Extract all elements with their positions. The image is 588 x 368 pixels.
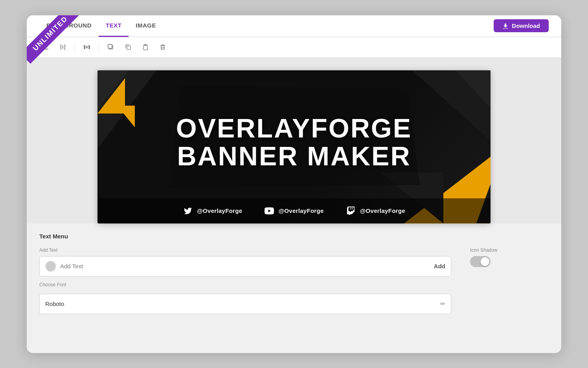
panel-grid: Add Text Add Choose Font Roboto ✏ Icon S… bbox=[39, 247, 549, 314]
social-bar: @OverlayForge @OverlayForge @OverlayForg… bbox=[97, 198, 491, 223]
font-value: Roboto bbox=[45, 300, 440, 307]
add-text-row: Add bbox=[39, 256, 451, 276]
top-nav: BACKGROUND TEXT IMAGE Download bbox=[27, 15, 561, 37]
toolbar-separator-2 bbox=[99, 42, 99, 52]
align-v-center-icon[interactable] bbox=[57, 41, 69, 53]
social-youtube: @OverlayForge bbox=[264, 206, 323, 216]
svg-rect-5 bbox=[64, 44, 65, 50]
svg-rect-6 bbox=[84, 45, 85, 49]
social-twitch: @OverlayForge bbox=[346, 206, 405, 216]
svg-rect-15 bbox=[161, 46, 164, 49]
delete-icon[interactable] bbox=[156, 41, 169, 53]
distribute-h-icon[interactable] bbox=[81, 41, 93, 53]
banner-title: OVERLAYFORGE BANNER MAKER bbox=[176, 114, 412, 170]
twitch-icon bbox=[346, 206, 356, 216]
paste-icon[interactable] bbox=[139, 41, 152, 53]
toggle-knob bbox=[481, 257, 489, 266]
svg-rect-4 bbox=[62, 46, 63, 49]
download-button[interactable]: Download bbox=[494, 19, 549, 32]
toolbar-separator-1 bbox=[75, 42, 75, 52]
add-text-button[interactable]: Add bbox=[434, 263, 445, 269]
align-h-center-icon[interactable] bbox=[39, 41, 52, 53]
icon-shadow-toggle[interactable] bbox=[470, 256, 491, 267]
svg-rect-1 bbox=[44, 47, 47, 48]
duplicate-icon[interactable] bbox=[105, 41, 117, 53]
svg-rect-0 bbox=[43, 45, 48, 46]
section-title: Text Menu bbox=[39, 233, 549, 240]
svg-rect-3 bbox=[61, 44, 61, 50]
youtube-icon bbox=[264, 206, 274, 216]
tab-background[interactable]: BACKGROUND bbox=[39, 15, 99, 37]
twitter-icon bbox=[183, 206, 193, 216]
tab-image[interactable]: IMAGE bbox=[129, 15, 163, 37]
add-text-label: Add Text bbox=[39, 247, 451, 253]
copy-icon[interactable] bbox=[122, 41, 134, 53]
font-row[interactable]: Roboto ✏ bbox=[39, 294, 451, 314]
svg-rect-12 bbox=[127, 46, 130, 49]
svg-rect-2 bbox=[43, 49, 48, 49]
toolbar bbox=[27, 37, 561, 58]
svg-rect-8 bbox=[88, 45, 90, 49]
svg-rect-13 bbox=[143, 45, 147, 50]
banner-canvas[interactable]: OVERLAYFORGE BANNER MAKER @OverlayForge bbox=[97, 70, 491, 223]
bottom-panel: Text Menu Add Text Add Choose Font Robot… bbox=[27, 223, 561, 324]
edit-font-icon[interactable]: ✏ bbox=[440, 300, 445, 308]
add-text-input[interactable] bbox=[60, 263, 430, 269]
tab-text[interactable]: TEXT bbox=[99, 15, 129, 37]
icon-shadow-label: Icon Shadow bbox=[470, 247, 549, 253]
download-icon bbox=[502, 23, 509, 29]
app-container: UNLIMITED BACKGROUND TEXT IMAGE Download bbox=[27, 15, 561, 353]
text-color-picker[interactable] bbox=[45, 261, 56, 272]
panel-col-shadow: Icon Shadow bbox=[470, 247, 549, 267]
social-twitter: @OverlayForge bbox=[183, 206, 242, 216]
icon-shadow-toggle-area: Icon Shadow bbox=[470, 247, 549, 267]
svg-rect-10 bbox=[108, 44, 112, 48]
panel-col-text: Add Text Add Choose Font Roboto ✏ bbox=[39, 247, 451, 314]
svg-rect-7 bbox=[86, 46, 88, 48]
choose-font-label: Choose Font bbox=[39, 282, 451, 287]
canvas-area: OVERLAYFORGE BANNER MAKER @OverlayForge bbox=[27, 58, 561, 223]
